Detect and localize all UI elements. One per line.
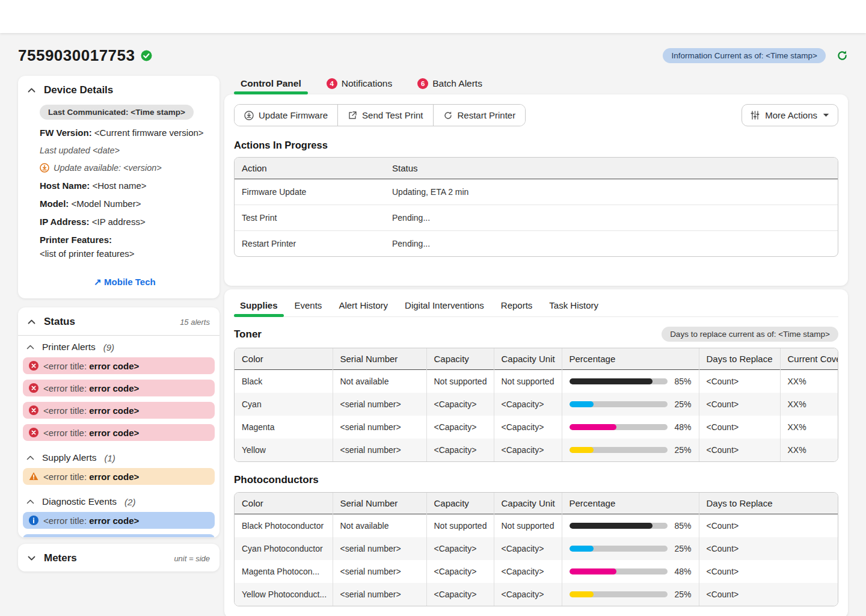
more-actions-button[interactable]: More Actions (742, 104, 838, 126)
capacity-unit-cell: <Capacity> (494, 439, 562, 461)
caret-down-icon (823, 113, 829, 117)
tab-task-history[interactable]: Task History (543, 297, 604, 316)
alerts-count: 15 alerts (180, 318, 210, 327)
error-alert-item[interactable]: <error title: error code> (23, 380, 215, 396)
current-coverage-cell: XX% (780, 416, 838, 439)
status-section: Supply Alerts(1)<error title: error code… (23, 446, 215, 485)
progress-bar-track (570, 447, 668, 453)
info-alert-item[interactable]: <error title: error code> (23, 512, 215, 529)
tab-batch-alerts[interactable]: 6Batch Alerts (411, 76, 489, 94)
meters-unit-note: unit = side (174, 554, 210, 563)
alert-code: error code> (89, 538, 139, 538)
device-online-check-icon (141, 50, 152, 61)
days-to-replace-cell: <Count> (699, 560, 838, 583)
sliders-icon (751, 111, 760, 120)
table-row: Magenta Photocon...<serial number><Capac… (235, 560, 838, 583)
meters-header[interactable]: Meters unit = side (18, 544, 220, 571)
tab-alert-history[interactable]: Alert History (333, 297, 394, 316)
percentage-value: 48% (674, 422, 691, 432)
printer-features-line: Printer Features: <list of printer featu… (40, 235, 210, 259)
column-header-capacity-unit: Capacity Unit (494, 348, 562, 370)
info-alert-item[interactable]: <error title: error code> (23, 534, 215, 538)
tab-events[interactable]: Events (289, 297, 328, 316)
color-cell: Yellow (235, 439, 333, 461)
serial-number-cell: Not available (333, 514, 426, 538)
capacity-cell: <Capacity> (426, 393, 494, 416)
capacity-unit-cell: Not supported (494, 514, 562, 538)
device-details-header[interactable]: Device Details (18, 76, 220, 103)
tab-control-panel[interactable]: Control Panel (234, 76, 308, 94)
refresh-icon (837, 50, 848, 61)
status-section: Diagnostic Events(2)<error title: error … (23, 490, 215, 538)
status-alert-list[interactable]: Printer Alerts(9)<error title: error cod… (23, 336, 215, 538)
last-updated-line: Last updated <date> (40, 146, 210, 155)
serial-number-cell: <serial number> (333, 560, 426, 583)
alert-title: <error title: (43, 361, 87, 371)
update-firmware-button[interactable]: Update Firmware (235, 105, 337, 126)
error-alert-item[interactable]: <error title: error code> (23, 357, 215, 374)
column-header-status: Status (385, 158, 838, 179)
mobile-tech-link[interactable]: ↗ Mobile Tech (40, 277, 210, 288)
warning-alert-item[interactable]: <error title: error code> (23, 468, 215, 485)
printer-actions-button-group: Update Firmware Send Test Print (234, 104, 526, 126)
capacity-unit-cell: <Capacity> (494, 560, 562, 583)
error-alert-item[interactable]: <error title: error code> (23, 402, 215, 419)
tab-digital-interventions[interactable]: Digital Interventions (399, 297, 490, 316)
alert-title: <error title: (43, 405, 87, 416)
action-cell: Test Print (235, 205, 385, 231)
progress-bar-fill (570, 568, 616, 574)
days-to-replace-badge: Days to replace current as of: <Time sta… (662, 327, 838, 342)
error-alert-item[interactable]: <error title: error code> (23, 424, 215, 441)
color-cell: Cyan Photoconductor (235, 537, 333, 560)
current-coverage-cell: XX% (780, 439, 838, 461)
table-row: Cyan Photoconductor<serial number><Capac… (235, 537, 838, 560)
status-section-header[interactable]: Supply Alerts(1) (23, 446, 215, 468)
chevron-up-icon (26, 455, 34, 460)
alert-code: error code> (89, 361, 139, 371)
percentage-value: 25% (674, 590, 691, 599)
alert-title: <error title: (43, 428, 87, 438)
column-header-days-to-replace: Days to Replace (699, 348, 780, 370)
column-header-capacity-unit: Capacity Unit (494, 493, 562, 514)
color-cell: Magenta (235, 416, 333, 439)
restart-printer-icon (443, 111, 453, 120)
alert-code: error code> (89, 383, 139, 393)
primary-tabs: Control Panel4Notifications6Batch Alerts (224, 76, 848, 94)
chevron-down-icon (28, 556, 35, 561)
serial-number-cell: Not available (333, 370, 426, 393)
send-test-print-button[interactable]: Send Test Print (337, 105, 432, 126)
restart-printer-button[interactable]: Restart Printer (433, 105, 526, 126)
table-header-row: Action Status (235, 158, 838, 179)
last-communicated-badge: Last Communicated: <Time stamp> (40, 105, 194, 120)
status-cell: Updating, ETA 2 min (385, 179, 838, 205)
control-panel: Update Firmware Send Test Print (224, 94, 848, 286)
capacity-unit-cell: <Capacity> (494, 393, 562, 416)
alert-title: <error title: (43, 472, 87, 482)
progress-bar-track (570, 378, 668, 384)
secondary-tabs: SuppliesEventsAlert HistoryDigital Inter… (234, 289, 838, 317)
status-section-header[interactable]: Diagnostic Events(2) (23, 490, 215, 512)
status-section: Printer Alerts(9)<error title: error cod… (23, 336, 215, 441)
days-to-replace-cell: <Count> (699, 439, 780, 461)
column-header-percentage: Percentage (562, 348, 699, 370)
percentage-cell: 48% (562, 560, 699, 583)
update-download-icon (40, 163, 49, 173)
tab-reports[interactable]: Reports (495, 297, 539, 316)
photoconductors-table: ColorSerial NumberCapacityCapacity UnitP… (235, 493, 838, 606)
days-to-replace-cell: <Count> (699, 370, 780, 393)
serial-number-cell: <serial number> (333, 583, 426, 606)
status-header[interactable]: Status 15 alerts (18, 307, 220, 336)
chevron-up-icon (28, 88, 35, 93)
device-details-card: Device Details Last Communicated: <Time … (18, 76, 220, 298)
status-section-header[interactable]: Printer Alerts(9) (23, 336, 215, 357)
refresh-button[interactable] (837, 50, 848, 61)
alert-code: error code> (89, 405, 139, 416)
tab-notifications[interactable]: 4Notifications (320, 76, 399, 94)
model-line: Model: <Model Number> (40, 199, 210, 209)
action-cell: Restart Printer (235, 231, 385, 257)
color-cell: Black (235, 370, 333, 393)
percentage-cell: 85% (562, 370, 699, 393)
capacity-cell: <Capacity> (426, 583, 494, 606)
tab-supplies[interactable]: Supplies (234, 297, 284, 316)
column-header-serial-number: Serial Number (333, 348, 426, 370)
